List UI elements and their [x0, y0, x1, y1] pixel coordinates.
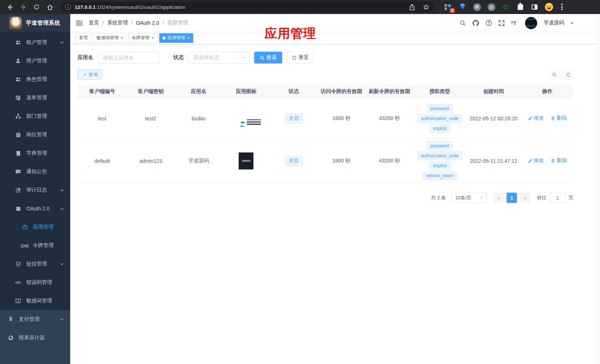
refresh-icon: [292, 55, 297, 60]
share-icon[interactable]: [409, 4, 415, 10]
app-name-cell: biubiu: [175, 116, 222, 121]
avatar[interactable]: [525, 17, 537, 29]
log-edit-icon: [15, 188, 21, 193]
sidebar-item-report-designer[interactable]: 报表设计器: [0, 329, 70, 347]
prev-page-button[interactable]: [493, 193, 504, 203]
reset-button[interactable]: 重置: [287, 52, 314, 63]
goto-page-input[interactable]: [549, 193, 566, 203]
sidebar-item-sensitive-word[interactable]: 敏感词管理: [0, 292, 70, 310]
sidebar-fold-icon[interactable]: [76, 20, 83, 26]
edit-button[interactable]: 修改: [528, 157, 544, 164]
user-icon: [15, 58, 21, 64]
sidebar-item-sms[interactable]: 短信管理: [0, 255, 70, 273]
browser-forward-button[interactable]: [18, 1, 29, 13]
sidebar-item-errorcode[interactable]: </> 错误码管理: [0, 273, 70, 292]
help-icon[interactable]: [485, 20, 492, 26]
sidebar-item-notice[interactable]: 通知公告: [0, 162, 70, 181]
grant-tag: refresh_token: [423, 171, 457, 180]
sidebar-item-oauth2-application[interactable]: 应用管理: [0, 218, 70, 236]
close-icon[interactable]: ×: [120, 35, 123, 40]
gem-icon[interactable]: [458, 3, 467, 11]
goto-label: 前往: [537, 195, 546, 201]
green-star-icon[interactable]: ✩: [502, 3, 510, 11]
edit-pen-icon: [528, 158, 533, 163]
browser-reload-button[interactable]: [31, 1, 42, 13]
delete-button[interactable]: 删除: [550, 115, 567, 121]
tab-application-active[interactable]: 应用管理 ×: [159, 33, 193, 43]
tab-home[interactable]: 首页: [76, 33, 91, 43]
edit-button[interactable]: 修改: [528, 115, 544, 121]
breadcrumb-system[interactable]: 系统管理: [107, 20, 128, 26]
delete-button[interactable]: 删除: [550, 157, 567, 164]
created-cell: 2022-05-12 00:28:20: [466, 116, 521, 121]
breadcrumb: 首页 / 系统管理 / OAuth 2.0 / 应用管理: [89, 20, 188, 26]
sidebar-item-user[interactable]: 用户管理: [0, 52, 70, 70]
command-extension-icon[interactable]: ⌘: [473, 3, 481, 11]
sidebar-item-auditlog[interactable]: 审计日志: [0, 181, 70, 199]
bookmark-star-icon[interactable]: [423, 4, 429, 10]
toggle-search-button[interactable]: [549, 70, 559, 80]
app-logo[interactable]: 芋道管理系统: [0, 14, 70, 32]
browser-address-bar[interactable]: i 127.0.0.1:1024/system/oauth2/oauth2/ap…: [61, 2, 434, 12]
sidebar-item-label: 岗位管理: [26, 131, 47, 138]
briefcase-icon: [21, 224, 28, 230]
sidebar-item-tenant[interactable]: 租户管理: [0, 33, 70, 52]
close-icon[interactable]: ×: [187, 35, 190, 40]
tree-table-icon: [15, 95, 21, 101]
sidebar-item-label: 错误码管理: [26, 279, 52, 286]
tab-sensitive-word[interactable]: 敏感词管理 ×: [93, 33, 127, 43]
browser-back-button[interactable]: [4, 1, 16, 13]
page-size-select[interactable]: 10条/页: [451, 193, 487, 203]
sidebar-item-dept[interactable]: 部门管理: [0, 107, 70, 126]
sidebar-menu: 租户管理 用户管理 角色管理 菜单管理 部门管理 岗位管理: [0, 32, 70, 310]
search-button[interactable]: 搜索: [254, 52, 282, 63]
browser-toolbar: i 127.0.0.1:1024/system/oauth2/oauth2/ap…: [0, 0, 600, 14]
sidebar-item-pay[interactable]: ¥ 支付管理: [0, 310, 70, 329]
fullscreen-icon[interactable]: [498, 20, 505, 26]
sidebar-item-label: 令牌管理: [33, 242, 54, 249]
puzzle-extension-icon[interactable]: [516, 3, 524, 11]
sidebar-item-oauth2-token[interactable]: ((a)) 令牌管理: [0, 236, 70, 255]
client-secret-cell: admin123: [127, 158, 175, 164]
app-name-input[interactable]: [98, 52, 159, 63]
github-icon[interactable]: [472, 20, 479, 27]
font-size-icon[interactable]: TT: [511, 20, 517, 26]
page-number-1[interactable]: 1: [507, 193, 517, 203]
status-select[interactable]: 请选择状态: [188, 52, 250, 63]
record-extension-icon[interactable]: [487, 3, 495, 11]
caret-down-icon[interactable]: [570, 23, 573, 24]
split-screen-icon[interactable]: [531, 3, 539, 11]
sidebar-item-oauth2[interactable]: OAuth 2.0: [0, 199, 70, 218]
code-icon: </>: [15, 280, 21, 285]
pie-chart-icon: [7, 335, 14, 341]
breadcrumb-home[interactable]: 首页: [89, 20, 99, 26]
refresh-table-button[interactable]: [563, 70, 573, 80]
sidebar-item-label: 应用管理: [33, 224, 54, 230]
window-scrollbar[interactable]: [597, 14, 600, 364]
search-icon[interactable]: [460, 20, 466, 26]
sidebar-item-label: 菜单管理: [26, 95, 47, 101]
extension-grid-icon[interactable]: 9: [444, 3, 452, 11]
table-row: test test2 biubiu 开启 1800 秒 43200 秒 pass…: [78, 98, 573, 139]
sidebar-item-menu[interactable]: 菜单管理: [0, 89, 70, 107]
plus-icon: ＋: [82, 71, 87, 78]
signal-token-icon: ((a)): [21, 243, 28, 248]
site-info-icon[interactable]: i: [65, 4, 71, 10]
browser-home-button[interactable]: [44, 1, 55, 13]
next-page-button[interactable]: [520, 193, 530, 203]
logo-image: [9, 17, 22, 29]
add-button[interactable]: ＋ 新增: [78, 69, 102, 80]
breadcrumb-oauth2[interactable]: OAuth 2.0: [136, 20, 159, 26]
sidebar-item-role[interactable]: 角色管理: [0, 70, 70, 89]
browser-menu-icon[interactable]: •••: [559, 3, 565, 11]
tags-view-bar: 首页 敏感词管理 × 令牌管理 × 应用管理 ×: [70, 32, 600, 44]
sidebar-item-dict[interactable]: 字典管理: [0, 144, 70, 162]
emoji-avatar-icon[interactable]: [545, 3, 553, 11]
sidebar-item-post[interactable]: 岗位管理: [0, 126, 70, 144]
url-text: 127.0.0.1:1024/system/oauth2/oauth2/appl…: [75, 4, 185, 10]
tab-token[interactable]: 令牌管理 ×: [129, 33, 158, 43]
yen-icon: ¥: [7, 316, 14, 323]
app-icon-github-dark[interactable]: GitHub: [239, 152, 253, 169]
username[interactable]: 芋道源码: [543, 20, 564, 26]
close-icon[interactable]: ×: [151, 35, 154, 40]
